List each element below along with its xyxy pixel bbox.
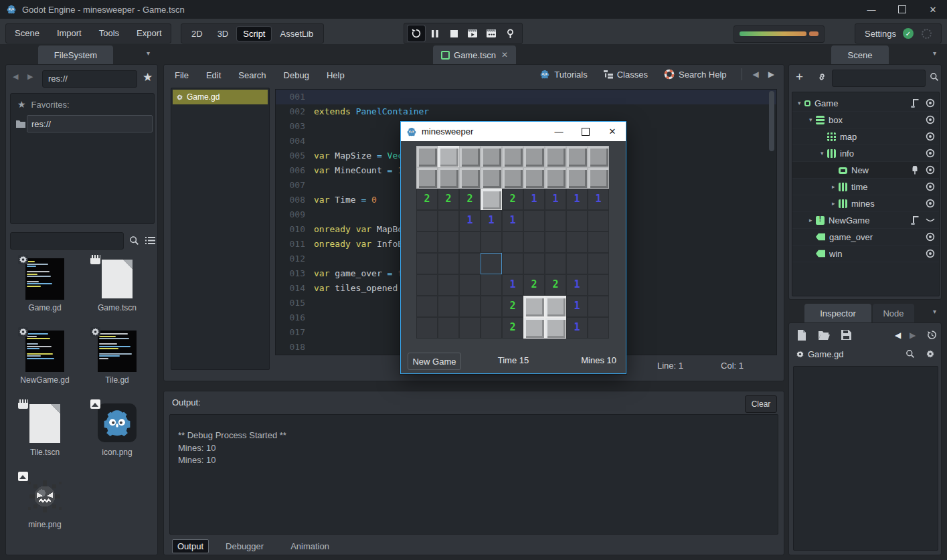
tile-r8c3[interactable] xyxy=(481,317,502,339)
script-menu-search[interactable]: Search xyxy=(238,70,266,80)
add-node-button[interactable]: + xyxy=(796,70,803,84)
history-icon[interactable] xyxy=(927,330,937,340)
tile-r7c2[interactable] xyxy=(459,296,481,317)
tile-r1c3[interactable] xyxy=(481,167,502,189)
tile-r6c5[interactable]: 2 xyxy=(523,274,545,296)
tab-scene-file[interactable]: Game.tscn ✕ xyxy=(433,45,516,64)
tile-r6c2[interactable] xyxy=(459,274,481,296)
tile-r4c0[interactable] xyxy=(416,231,438,253)
visibility-open-icon[interactable] xyxy=(926,199,935,208)
tile-r5c0[interactable] xyxy=(416,253,438,274)
tile-r1c6[interactable] xyxy=(545,167,566,189)
save-icon[interactable] xyxy=(841,330,851,340)
expand-arrow-icon[interactable]: ▸ xyxy=(809,217,816,223)
code-line-002[interactable]: 002extends PanelContainer xyxy=(276,104,776,119)
help-item-search-help[interactable]: Search Help xyxy=(664,69,727,80)
history-forward-icon[interactable]: ▶ xyxy=(910,331,916,340)
tile-r0c3[interactable] xyxy=(481,146,502,167)
settings-button[interactable]: Settings ✓ xyxy=(855,23,942,43)
tab-scene-dock[interactable]: Scene xyxy=(831,45,889,64)
script-menu-edit[interactable]: Edit xyxy=(206,70,221,80)
tile-r3c6[interactable] xyxy=(545,210,566,231)
tile-r8c1[interactable] xyxy=(438,317,459,339)
scene-node-new[interactable]: New xyxy=(792,162,939,179)
scene-node-map[interactable]: map xyxy=(792,128,939,145)
file-item-game-tscn[interactable]: Game.tscn xyxy=(81,255,153,327)
expand-arrow-icon[interactable]: ▸ xyxy=(832,200,839,207)
tile-r7c1[interactable] xyxy=(438,296,459,317)
signal-connected-icon[interactable] xyxy=(911,165,919,175)
tile-r5c6[interactable] xyxy=(545,253,566,274)
tile-r8c2[interactable] xyxy=(459,317,481,339)
tile-r2c0[interactable]: 2 xyxy=(416,189,438,210)
scene-node-info[interactable]: ▾info xyxy=(792,145,939,162)
visibility-open-icon[interactable] xyxy=(926,182,935,191)
load-resource-icon[interactable] xyxy=(819,331,830,340)
tile-r6c8[interactable] xyxy=(588,274,609,296)
tile-r0c1[interactable] xyxy=(438,146,459,167)
tile-r4c2[interactable] xyxy=(459,231,481,253)
file-item-newgame-gd[interactable]: NewGame.gd xyxy=(9,327,81,399)
file-item-tile-tscn[interactable]: Tile.tscn xyxy=(9,399,81,472)
tile-r7c7[interactable]: 1 xyxy=(566,296,588,317)
tile-r8c5[interactable] xyxy=(523,317,545,339)
tile-r2c2[interactable]: 2 xyxy=(459,189,481,210)
filesystem-search-input[interactable] xyxy=(10,232,124,250)
visibility-open-icon[interactable] xyxy=(926,115,935,124)
tile-r4c1[interactable] xyxy=(438,231,459,253)
nav-back-icon[interactable]: ◀ xyxy=(13,72,18,81)
tile-r0c6[interactable] xyxy=(545,146,566,167)
tile-r6c1[interactable] xyxy=(438,274,459,296)
view-tab-3d[interactable]: 3D xyxy=(211,27,235,41)
scene-node-game_over[interactable]: game_over xyxy=(792,229,939,246)
list-view-toggle-icon[interactable] xyxy=(145,236,155,245)
tile-r8c7[interactable]: 1 xyxy=(566,317,588,339)
code-scrollbar[interactable] xyxy=(769,91,774,151)
script-history-back-icon[interactable]: ◀ xyxy=(753,70,759,79)
minesweeper-window[interactable]: minesweeper — ✕ 2222111111112212121 New … xyxy=(400,121,626,374)
tile-r0c7[interactable] xyxy=(566,146,588,167)
tile-r2c1[interactable]: 2 xyxy=(438,189,459,210)
tile-r4c5[interactable] xyxy=(523,231,545,253)
close-tab-icon[interactable]: ✕ xyxy=(501,50,508,60)
play-custom-button[interactable] xyxy=(483,25,500,41)
menu-export[interactable]: Export xyxy=(128,24,171,43)
scene-dock-menu-icon[interactable]: ▾ xyxy=(933,50,936,57)
tab-inspector[interactable]: Inspector xyxy=(804,304,871,322)
visibility-open-icon[interactable] xyxy=(926,165,935,175)
script-list-item-game[interactable]: Game.gd xyxy=(173,90,268,104)
tile-r3c4[interactable]: 1 xyxy=(502,210,523,231)
file-item-mine-png[interactable]: mine.png xyxy=(9,472,81,544)
visibility-open-icon[interactable] xyxy=(926,132,935,141)
tab-node[interactable]: Node xyxy=(873,304,914,322)
view-tab-assetlib[interactable]: AssetLib xyxy=(274,27,319,41)
search-icon[interactable] xyxy=(129,236,139,246)
script-attached-icon[interactable] xyxy=(911,216,919,225)
play-scene-button[interactable] xyxy=(464,25,481,41)
minesweeper-grid[interactable]: 2222111111112212121 xyxy=(416,146,609,339)
tile-r7c6[interactable] xyxy=(545,296,566,317)
tile-r4c7[interactable] xyxy=(566,231,588,253)
inspector-dock-menu-icon[interactable]: ▾ xyxy=(933,308,936,315)
menu-tools[interactable]: Tools xyxy=(90,24,128,43)
replay-button[interactable] xyxy=(408,25,425,41)
tile-r3c7[interactable] xyxy=(566,210,588,231)
view-tab-2d[interactable]: 2D xyxy=(185,27,209,41)
new-resource-icon[interactable] xyxy=(797,330,806,341)
tile-r2c4[interactable]: 2 xyxy=(502,189,523,210)
scene-search-icon[interactable] xyxy=(930,72,939,82)
file-item-icon-png[interactable]: icon.png xyxy=(81,399,153,472)
script-menu-debug[interactable]: Debug xyxy=(284,70,309,80)
tile-r1c0[interactable] xyxy=(416,167,438,189)
nav-forward-icon[interactable]: ▶ xyxy=(27,72,33,81)
tile-r0c8[interactable] xyxy=(588,146,609,167)
help-item-classes[interactable]: Classes xyxy=(604,70,648,80)
bottom-tab-output[interactable]: Output xyxy=(172,539,209,553)
scene-node-game[interactable]: ▾Game xyxy=(792,95,939,112)
tile-r7c8[interactable] xyxy=(588,296,609,317)
tile-r3c3[interactable]: 1 xyxy=(481,210,502,231)
tile-r8c8[interactable] xyxy=(588,317,609,339)
minimize-button[interactable]: — xyxy=(858,0,885,19)
bottom-tab-animation[interactable]: Animation xyxy=(286,540,334,553)
tile-r5c8[interactable] xyxy=(588,253,609,274)
